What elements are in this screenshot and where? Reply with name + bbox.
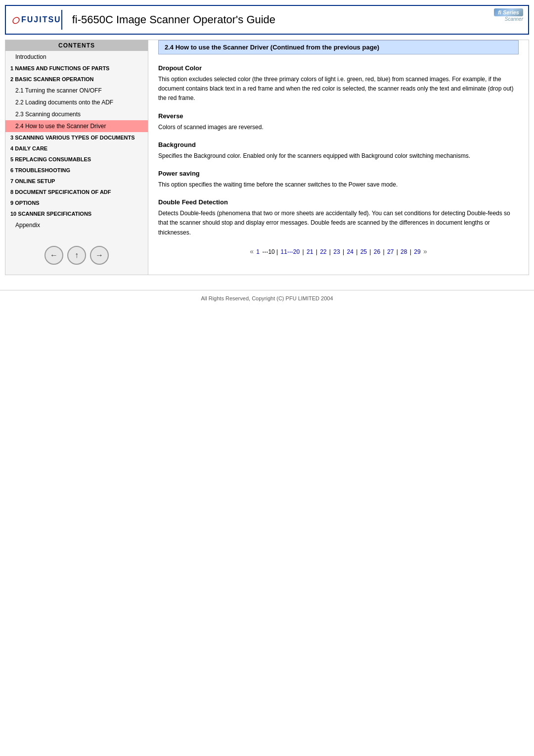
page-link-27[interactable]: 27 <box>387 248 394 255</box>
sidebar-item-2-1[interactable]: 2.1 Turning the scanner ON/OFF <box>5 85 148 96</box>
page-link-28[interactable]: 28 <box>400 248 407 255</box>
page-link-21[interactable]: 21 <box>307 248 313 255</box>
sidebar-item-6-troubleshooting[interactable]: 6 TROUBLESHOOTING <box>5 165 148 176</box>
sidebar-item-1-names[interactable]: 1 NAMES AND FUNCTIONS OF PARTS <box>5 63 148 74</box>
sidebar-item-2-basic[interactable]: 2 BASIC SCANNER OPERATION <box>5 74 148 85</box>
header-title: fi-5650C Image Scanner Operator's Guide <box>72 13 522 26</box>
page-link-23[interactable]: 23 <box>333 248 340 255</box>
section-text-background: Specifies the Background color. Enabled … <box>158 151 519 161</box>
sidebar-item-2-4[interactable]: 2.4 How to use the Scanner Driver <box>5 120 148 132</box>
sidebar-item-2-3[interactable]: 2.3 Scanning documents <box>5 108 148 120</box>
fujitsu-logo: ◯ FUJITSU <box>12 15 61 24</box>
nav-buttons-group: ← ↑ → <box>5 241 148 270</box>
section-title-background: Background <box>158 141 519 148</box>
content-page-title: 2.4 How to use the Scanner Driver (Conti… <box>158 40 519 54</box>
nav-up-button[interactable]: ↑ <box>67 246 86 265</box>
header-divider <box>61 10 62 30</box>
section-title-power-saving: Power saving <box>158 170 519 177</box>
fi-series-sub: Scanner <box>505 16 523 22</box>
fi-series-badge-wrapper: fi Series Scanner <box>494 8 523 22</box>
sidebar-item-appendix[interactable]: Appendix <box>5 219 148 231</box>
sidebar-item-10-scanner[interactable]: 10 SCANNER SPECIFICATIONS <box>5 208 148 219</box>
section-title-dropout-color: Dropout Color <box>158 64 519 72</box>
fujitsu-icon: ◯ <box>12 16 19 24</box>
page-footer: All Rights Reserved, Copyright (C) PFU L… <box>0 290 534 306</box>
page-link-22[interactable]: 22 <box>320 248 326 255</box>
content-area: 2.4 How to use the Scanner Driver (Conti… <box>148 40 529 275</box>
main-layout: CONTENTS Introduction 1 NAMES AND FUNCTI… <box>5 40 529 275</box>
sidebar-item-3-scanning[interactable]: 3 SCANNING VARIOUS TYPES OF DOCUMENTS <box>5 132 148 143</box>
sidebar-item-2-2[interactable]: 2.2 Loading documents onto the ADF <box>5 96 148 108</box>
section-text-double-feed: Detects Double-feeds (phenomena that two… <box>158 209 519 237</box>
sidebar-item-9-options[interactable]: 9 OPTIONS <box>5 197 148 208</box>
page-link-29[interactable]: 29 <box>414 248 420 255</box>
page-link-26[interactable]: 26 <box>374 248 380 255</box>
sidebar: CONTENTS Introduction 1 NAMES AND FUNCTI… <box>5 40 148 275</box>
page-link-25[interactable]: 25 <box>360 248 367 255</box>
footer-text: All Rights Reserved, Copyright (C) PFU L… <box>201 295 333 301</box>
fujitsu-brand: FUJITSU <box>21 15 61 24</box>
section-text-dropout-color: This option excludes selected color (the… <box>158 75 519 103</box>
page-ellipsis-1: ---10 <box>262 248 274 255</box>
section-title-reverse: Reverse <box>158 112 519 120</box>
next-pages-arrow[interactable]: » <box>423 247 427 255</box>
nav-back-button[interactable]: ← <box>44 246 63 265</box>
page-navigation: « 1 ---10 | 11---20 | 21 | 22 | 23 | 24 … <box>158 247 519 255</box>
section-text-reverse: Colors of scanned images are reversed. <box>158 123 519 132</box>
sidebar-item-introduction[interactable]: Introduction <box>5 51 148 63</box>
page-link-11-20[interactable]: 11---20 <box>281 248 300 255</box>
nav-forward-button[interactable]: → <box>90 246 109 265</box>
prev-pages-arrow[interactable]: « <box>250 247 254 255</box>
sidebar-contents-header: CONTENTS <box>5 40 148 51</box>
page-link-1[interactable]: 1 <box>256 248 260 255</box>
fi-series-badge: fi Series <box>494 8 523 16</box>
sidebar-item-5-replacing[interactable]: 5 REPLACING CONSUMABLES <box>5 154 148 165</box>
page-link-24[interactable]: 24 <box>347 248 353 255</box>
section-title-double-feed: Double Feed Detection <box>158 198 519 206</box>
section-text-power-saving: This option specifies the waiting time b… <box>158 180 519 189</box>
sidebar-item-8-document[interactable]: 8 DOCUMENT SPECIFICATION OF ADF <box>5 187 148 197</box>
sidebar-item-7-online[interactable]: 7 ONLINE SETUP <box>5 176 148 187</box>
sidebar-item-4-daily[interactable]: 4 DAILY CARE <box>5 143 148 154</box>
page-header: ◯ FUJITSU fi-5650C Image Scanner Operato… <box>5 5 529 35</box>
